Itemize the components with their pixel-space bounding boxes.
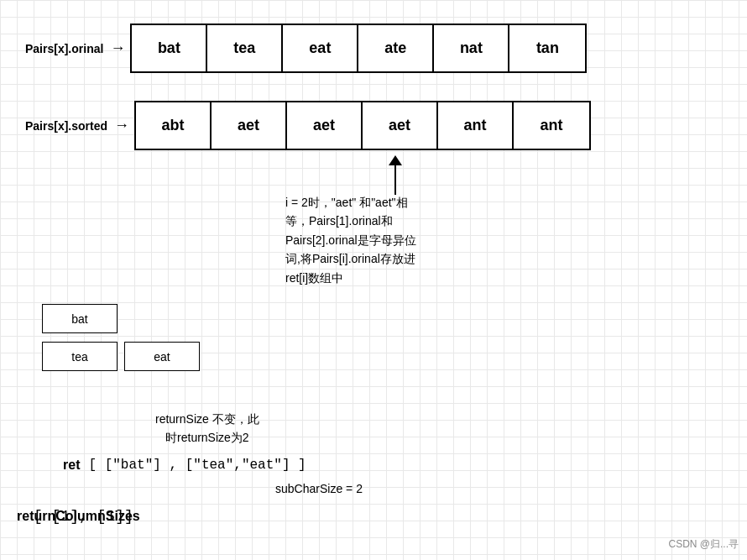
pairs-orinal-label: Pairs[x].orinal	[25, 42, 103, 55]
sorted-cell-5: ant	[514, 102, 589, 149]
orinal-cell-4: nat	[434, 25, 509, 71]
up-arrow-line	[394, 165, 396, 195]
ret-row: ret [ ["bat"] , ["tea","eat"] ]	[63, 458, 306, 473]
sorted-cell-0: abt	[136, 102, 212, 149]
annotation-line3: Pairs[2].orinal是字母异位	[285, 231, 416, 249]
orinal-cell-5: tan	[509, 25, 585, 71]
note-text: returnSize 不变，此 时returnSize为2	[155, 410, 259, 447]
return-col-row: returnColumnSizes [ [1], [1]]	[17, 508, 133, 525]
up-arrow	[389, 155, 402, 195]
orinal-cell-2: eat	[283, 25, 358, 71]
main-container: Pairs[x].orinal → bat tea eat ate nat ta…	[0, 0, 747, 560]
sorted-cell-3: aet	[363, 102, 438, 149]
annotation-line2: 等，Pairs[1].orinal和	[285, 212, 416, 230]
up-arrow-head	[389, 155, 402, 165]
small-box-eat: eat	[124, 342, 200, 371]
pairs-sorted-label: Pairs[x].sorted	[25, 119, 107, 133]
sorted-cell-2: aet	[287, 102, 363, 149]
note-line2: 时returnSize为2	[155, 428, 259, 447]
sorted-cell-4: ant	[438, 102, 514, 149]
orinal-cell-0: bat	[132, 25, 207, 71]
watermark: CSDN @归...寻	[668, 537, 739, 552]
pairs-orinal-row: Pairs[x].orinal → bat tea eat ate nat ta…	[25, 24, 587, 73]
small-box-bat: bat	[42, 304, 118, 333]
annotation-line5: ret[i]数组中	[285, 269, 416, 287]
pairs-sorted-row: Pairs[x].sorted → abt aet aet aet ant an…	[25, 101, 591, 150]
sub-char-size: subCharSize = 2	[235, 482, 403, 495]
orinal-cells: bat tea eat ate nat tan	[130, 24, 587, 73]
sorted-cells: abt aet aet aet ant ant	[134, 101, 591, 150]
annotation-line1: i = 2时，"aet" 和"aet"相	[285, 193, 416, 212]
ret-label: ret	[63, 458, 80, 473]
ret-value: [ ["bat"] , ["tea","eat"] ]	[88, 458, 306, 473]
return-col-label: returnColumnSizes	[17, 509, 140, 524]
annotation-line4: 词,将Pairs[i].orinal存放进	[285, 249, 416, 268]
annotation-text: i = 2时，"aet" 和"aet"相 等，Pairs[1].orinal和 …	[285, 193, 416, 287]
orinal-cell-3: ate	[358, 25, 434, 71]
note-line1: returnSize 不变，此	[155, 410, 259, 428]
orinal-arrow: →	[110, 39, 125, 57]
sorted-cell-1: aet	[212, 102, 287, 149]
sorted-arrow: →	[114, 117, 129, 134]
small-box-tea: tea	[42, 342, 118, 371]
orinal-cell-1: tea	[207, 25, 283, 71]
